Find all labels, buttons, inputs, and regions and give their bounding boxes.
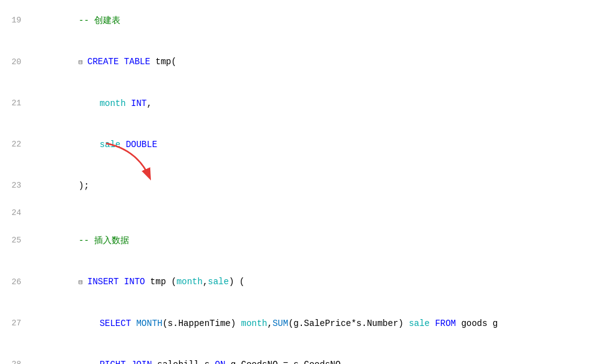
code-line-22: 22 sale DOUBLE [0, 124, 605, 165]
collapse-icon-26[interactable]: ⊟ [79, 275, 86, 289]
code-line-28: 28 RIGHT JOIN salebill s ON g.GoodsNO = … [0, 344, 605, 364]
code-editor: 19 -- 创建表 20 ⊟CREATE TABLE tmp( 21 month… [0, 0, 605, 364]
line-content-19: -- 创建表 [26, 0, 605, 41]
line-num-27: 27 [0, 317, 26, 330]
line-num-25: 25 [0, 234, 26, 247]
code-line-24: 24 [0, 206, 605, 220]
line-content-23: ); [26, 165, 605, 206]
code-line-27: 27 SELECT MONTH(s.HappenTime) month,SUM(… [0, 303, 605, 344]
line-num-19: 19 [0, 14, 26, 27]
code-line-21: 21 month INT, [0, 83, 605, 124]
line-content-28: RIGHT JOIN salebill s ON g.GoodsNO = s.G… [26, 344, 605, 364]
line-num-21: 21 [0, 97, 26, 110]
kw-table: TABLE [124, 57, 150, 67]
line-num-26: 26 [0, 275, 26, 289]
code-line-19: 19 -- 创建表 [0, 0, 605, 41]
code-lines: 19 -- 创建表 20 ⊟CREATE TABLE tmp( 21 month… [0, 0, 605, 364]
line-content-22: sale DOUBLE [26, 124, 605, 165]
line-num-23: 23 [0, 179, 26, 193]
code-line-20: 20 ⊟CREATE TABLE tmp( [0, 41, 605, 83]
kw-create: CREATE [87, 57, 119, 67]
line-num-20: 20 [0, 55, 26, 69]
comment-19: -- 创建表 [79, 16, 120, 26]
code-line-25: 25 -- 插入数据 [0, 220, 605, 261]
line-num-22: 22 [0, 138, 26, 151]
collapse-icon-20[interactable]: ⊟ [79, 55, 86, 69]
line-content-27: SELECT MONTH(s.HappenTime) month,SUM(g.S… [26, 303, 605, 344]
line-content-25: -- 插入数据 [26, 220, 605, 261]
code-line-23: 23 ); [0, 165, 605, 206]
line-content-21: month INT, [26, 83, 605, 124]
comment-25: -- 插入数据 [79, 236, 129, 246]
editor-wrapper: 19 -- 创建表 20 ⊟CREATE TABLE tmp( 21 month… [0, 0, 605, 364]
line-content-26: ⊟INSERT INTO tmp (month,sale) ( [26, 261, 605, 303]
line-num-28: 28 [0, 358, 26, 364]
col-month: month [100, 98, 126, 108]
code-line-26: 26 ⊟INSERT INTO tmp (month,sale) ( [0, 261, 605, 303]
line-content-20: ⊟CREATE TABLE tmp( [26, 41, 605, 83]
line-num-24: 24 [0, 206, 26, 220]
